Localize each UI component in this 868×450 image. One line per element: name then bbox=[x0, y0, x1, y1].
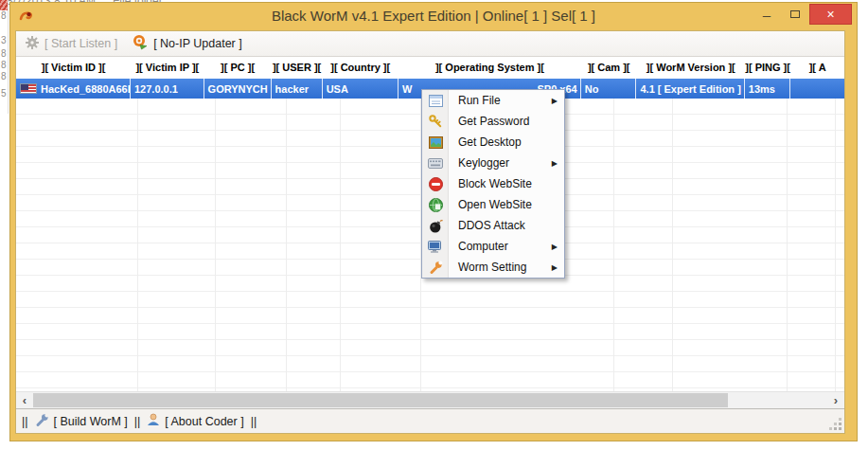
status-bar: || [ Build WorM ] || bbox=[16, 408, 844, 433]
column-header-ping[interactable]: ][ PING ][ bbox=[745, 57, 790, 79]
minimize-button[interactable]: – bbox=[753, 4, 781, 25]
wrench-orange-icon bbox=[422, 261, 449, 275]
background-digit: 3 bbox=[1, 35, 9, 45]
column-header-victim-ip[interactable]: ][ Victim IP ][ bbox=[131, 57, 204, 79]
background-digit: 8 bbox=[1, 48, 9, 59]
column-header-operating-system[interactable]: ][ Operating System ][ bbox=[399, 57, 581, 79]
gridline bbox=[835, 99, 836, 391]
menu-item-open-website[interactable]: Open WebSite bbox=[422, 194, 564, 215]
usa-flag-icon bbox=[20, 83, 37, 94]
about-coder-button[interactable]: [ About Coder ] bbox=[147, 413, 243, 429]
menu-item-computer[interactable]: Computer ▶ bbox=[422, 236, 564, 257]
bomb-icon bbox=[422, 219, 449, 233]
menu-item-get-desktop[interactable]: Get Desktop bbox=[422, 132, 564, 153]
background-digit: 8 bbox=[1, 71, 9, 81]
keyboard-icon bbox=[422, 158, 449, 169]
scrollbar-thumb[interactable] bbox=[33, 393, 728, 407]
gear-icon bbox=[25, 35, 40, 53]
gridline bbox=[137, 99, 138, 391]
noip-updater-label: [ No-IP Updater ] bbox=[153, 37, 242, 50]
globe-icon bbox=[422, 198, 449, 212]
wrench-icon bbox=[35, 413, 49, 430]
submenu-arrow-icon: ▶ bbox=[552, 159, 558, 168]
column-header-victim-id[interactable]: ][ Victim ID ][ bbox=[16, 57, 131, 79]
menu-item-worm-setting[interactable]: Worm Setting ▶ bbox=[422, 257, 564, 278]
menu-item-block-website[interactable]: Block WebSite bbox=[422, 173, 564, 194]
noip-updater-icon bbox=[133, 34, 149, 53]
menu-item-run-file[interactable]: Run File ▶ bbox=[422, 90, 564, 111]
separator: || bbox=[251, 415, 257, 428]
key-icon bbox=[422, 114, 449, 129]
person-icon bbox=[147, 413, 160, 429]
desktop-picture-icon bbox=[422, 136, 449, 149]
column-header-cam[interactable]: ][ Cam ][ bbox=[581, 57, 637, 79]
menu-item-get-password[interactable]: Get Password bbox=[422, 111, 564, 132]
scroll-left-button[interactable]: ‹ bbox=[16, 392, 33, 408]
table-header-row: ][ Victim ID ][ ][ Victim IP ][ ][ PC ][… bbox=[16, 57, 844, 79]
build-worm-button[interactable]: [ Build WorM ] bbox=[35, 413, 128, 430]
cell-pc: GORYNYCH bbox=[204, 79, 272, 99]
maximize-icon bbox=[790, 10, 800, 18]
column-header-av[interactable]: ][ A bbox=[790, 57, 844, 79]
cell-av bbox=[790, 79, 844, 99]
submenu-arrow-icon: ▶ bbox=[552, 97, 558, 105]
noip-updater-button[interactable]: [ No-IP Updater ] bbox=[133, 34, 242, 53]
cell-country: USA bbox=[323, 79, 399, 99]
column-header-user[interactable]: ][ USER ][ bbox=[272, 57, 323, 79]
resize-grip[interactable] bbox=[839, 427, 841, 430]
start-listen-label: [ Start Listen ] bbox=[44, 37, 117, 50]
background-digit: 8 bbox=[1, 60, 9, 70]
cell-victim-ip: 127.0.0.1 bbox=[131, 79, 204, 99]
maximize-button[interactable] bbox=[781, 4, 809, 25]
gridline bbox=[787, 99, 788, 391]
cell-worm-version: 4.1 [ Expert Edition ] bbox=[636, 79, 744, 99]
cell-victim-id: HacKed_6880A66D bbox=[16, 79, 131, 99]
background-digit: 5 bbox=[1, 88, 9, 99]
cell-cam: No bbox=[581, 79, 637, 99]
background-digit: 8 bbox=[1, 10, 9, 21]
gridline bbox=[613, 99, 614, 391]
horizontal-scrollbar[interactable]: ‹ › bbox=[16, 391, 844, 408]
gridline bbox=[340, 99, 341, 391]
cell-user: hacker bbox=[272, 79, 323, 99]
gridline bbox=[286, 99, 287, 391]
close-button[interactable]: × bbox=[809, 4, 852, 25]
scroll-right-button[interactable]: › bbox=[827, 392, 844, 408]
build-worm-label: [ Build WorM ] bbox=[54, 415, 128, 428]
window-title: Black WorM v4.1 Expert Edition | Online[… bbox=[10, 8, 857, 24]
start-listen-button[interactable]: [ Start Listen ] bbox=[25, 35, 117, 53]
toolbar: [ Start Listen ] [ No-IP Updater ] bbox=[16, 31, 844, 57]
gridline bbox=[672, 99, 673, 391]
context-menu: Run File ▶ Get Password Get Desktop bbox=[421, 89, 565, 279]
menu-item-ddos-attack[interactable]: DDOS Attack bbox=[422, 215, 564, 236]
block-icon bbox=[422, 177, 449, 191]
separator: || bbox=[22, 415, 28, 428]
about-coder-label: [ About Coder ] bbox=[165, 415, 243, 428]
menu-item-keylogger[interactable]: Keylogger ▶ bbox=[422, 153, 564, 173]
column-header-pc[interactable]: ][ PC ][ bbox=[204, 57, 272, 79]
run-file-icon bbox=[422, 95, 449, 107]
separator: || bbox=[134, 415, 141, 428]
submenu-arrow-icon: ▶ bbox=[552, 243, 558, 251]
background-hatch bbox=[0, 0, 8, 10]
submenu-arrow-icon: ▶ bbox=[552, 263, 558, 272]
column-header-country[interactable]: ][ Country ][ bbox=[323, 57, 399, 79]
title-bar: Black WorM v4.1 Expert Edition | Online[… bbox=[10, 3, 857, 30]
cell-ping: 13ms bbox=[745, 79, 790, 99]
column-header-worm-version[interactable]: ][ WorM Version ][ bbox=[637, 57, 745, 79]
computer-icon bbox=[422, 241, 449, 253]
gridline bbox=[215, 99, 216, 391]
